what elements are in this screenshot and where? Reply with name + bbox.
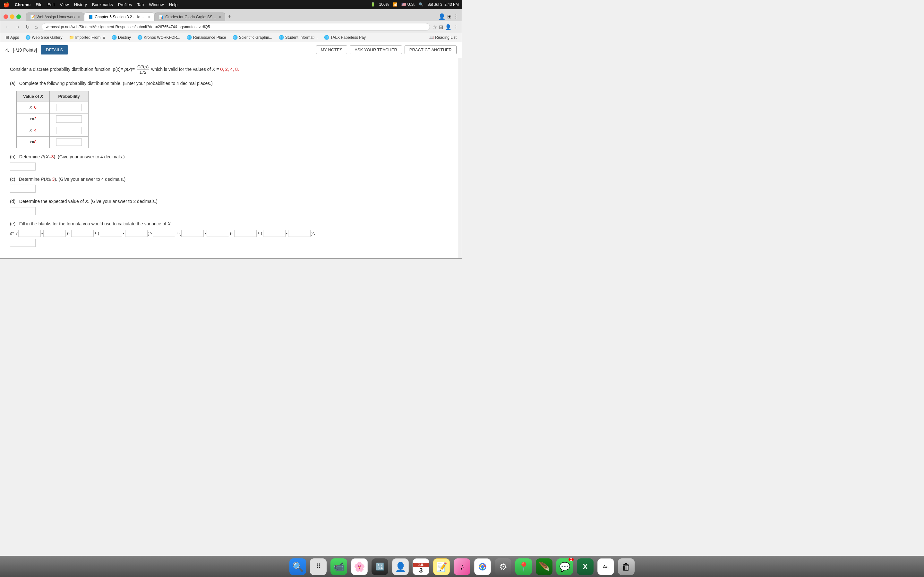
var-input-10[interactable] — [263, 230, 286, 237]
sigma-label: σ²=( — [10, 230, 18, 237]
var-input-12[interactable] — [10, 239, 36, 247]
menu-tab[interactable]: Tab — [137, 2, 144, 7]
part-e: (e) Fill in the blanks for the formula y… — [10, 220, 452, 247]
var-input-1[interactable] — [18, 230, 41, 237]
var-close-2: )²· — [148, 230, 152, 237]
menu-dots[interactable]: ⋮ — [453, 13, 459, 19]
input-part-c[interactable] — [10, 185, 36, 193]
new-tab-button[interactable]: + — [225, 12, 234, 21]
tabs-bar: 📝 WebAssign Homework × 📘 Chapter 5 Secti… — [26, 12, 433, 21]
bookmark-web-slice[interactable]: 🌐 Web Slice Gallery — [23, 34, 64, 40]
input-x8[interactable] — [56, 139, 82, 146]
apple-menu[interactable]: 🍎 — [3, 2, 10, 8]
bookmark-kronos[interactable]: 🌐 Kronos WORKFOR... — [136, 34, 182, 40]
student-info-icon: 🌐 — [279, 35, 284, 40]
back-button[interactable]: ← — [3, 23, 11, 31]
var-plus-2: + ( — [176, 230, 181, 237]
input-x4[interactable] — [56, 127, 82, 134]
bookmark-renaissance-label: Renaissance Place — [193, 35, 226, 40]
tab-chapter5[interactable]: 📘 Chapter 5 Section 3.2 - Home... × — [84, 13, 155, 21]
part-a-label: (a) Complete the following probability d… — [10, 80, 452, 87]
bookmark-scientific[interactable]: 🌐 Scientific Graphin... — [231, 34, 274, 40]
scrollbar[interactable] — [458, 58, 462, 258]
scientific-icon: 🌐 — [233, 35, 238, 40]
bookmark-apps-label: Apps — [10, 35, 19, 40]
probability-table: Value of X Probability x=0 — [16, 91, 89, 148]
row-x8-input-cell — [50, 137, 89, 148]
battery-icon: 🔋 — [371, 2, 375, 7]
var-input-6[interactable] — [153, 230, 175, 237]
close-button[interactable] — [3, 15, 8, 19]
input-x2[interactable] — [56, 115, 82, 123]
my-notes-button[interactable]: MY NOTES — [316, 45, 347, 54]
input-x0[interactable] — [56, 104, 82, 111]
tab-close-1[interactable]: × — [78, 15, 80, 19]
extensions-addr-icon[interactable]: ⊞ — [439, 24, 443, 30]
tab-title-1: WebAssign Homework — [37, 15, 75, 19]
menu-chrome[interactable]: Chrome — [15, 2, 31, 7]
bookmark-imported-ie[interactable]: 📁 Imported From IE — [67, 34, 107, 40]
formula-numerator: C(9,x) — [137, 64, 149, 70]
var-close-3: )²· — [230, 230, 234, 237]
search-icon[interactable]: 🔍 — [419, 2, 423, 7]
destiny-icon: 🌐 — [111, 35, 117, 40]
var-input-7[interactable] — [181, 230, 204, 237]
extensions-icon[interactable]: ⊞ — [447, 13, 451, 19]
ask-teacher-button[interactable]: ASK YOUR TEACHER — [350, 45, 402, 54]
bookmark-reading-list[interactable]: 📖 Reading List — [427, 34, 459, 40]
var-input-9[interactable] — [234, 230, 257, 237]
problem-statement: Consider a discrete probability distribu… — [10, 64, 452, 75]
menu-edit[interactable]: Edit — [47, 2, 55, 7]
table-row: x=4 — [17, 125, 89, 137]
part-d: (d) Determine the expected value of X. (… — [10, 198, 452, 215]
wifi-icon: 📶 — [393, 2, 397, 7]
profile-icon[interactable]: 👤 — [438, 13, 445, 20]
minimize-button[interactable] — [10, 15, 15, 19]
tab-grades[interactable]: 📊 Grades for Gloria Grgic: SS21-... × — [155, 13, 225, 21]
reload-button[interactable]: ↻ — [24, 23, 31, 31]
url-input[interactable] — [42, 23, 430, 31]
tab-webassign[interactable]: 📝 WebAssign Homework × — [26, 13, 84, 21]
var-input-8[interactable] — [207, 230, 229, 237]
menu-help[interactable]: Help — [169, 2, 178, 7]
var-input-2[interactable] — [43, 230, 66, 237]
var-input-11[interactable] — [288, 230, 310, 237]
menu-window[interactable]: Window — [149, 2, 164, 7]
menu-file[interactable]: File — [36, 2, 42, 7]
var-input-4[interactable] — [100, 230, 122, 237]
bookmark-apps[interactable]: ⊞ Apps — [3, 34, 21, 40]
input-part-b[interactable] — [10, 163, 36, 171]
menu-profiles[interactable]: Profiles — [118, 2, 132, 7]
more-icon[interactable]: ⋮ — [453, 24, 459, 30]
maximize-button[interactable] — [16, 15, 21, 19]
menu-bookmarks[interactable]: Bookmarks — [92, 2, 113, 7]
variance-formula-row: σ²=( - )²· + ( - )²· + ( - — [10, 230, 452, 237]
practice-another-button[interactable]: PRACTICE ANOTHER — [405, 45, 457, 54]
var-close-4: )². — [311, 230, 315, 237]
apps-grid-icon: ⊞ — [5, 35, 9, 40]
bookmark-renaissance[interactable]: 🌐 Renaissance Place — [185, 34, 228, 40]
input-part-d[interactable] — [10, 207, 36, 215]
tab-close-3[interactable]: × — [218, 15, 221, 19]
col-header-p: Probability — [50, 91, 89, 102]
profile-addr-icon[interactable]: 👤 — [445, 24, 451, 30]
home-button[interactable]: ⌂ — [33, 23, 39, 31]
table-row: x=2 — [17, 113, 89, 125]
bookmark-talx[interactable]: 🌐 TALX Paperless Pay — [322, 34, 368, 40]
var-input-5[interactable] — [125, 230, 148, 237]
forward-button[interactable]: → — [14, 23, 21, 31]
menu-history[interactable]: History — [74, 2, 87, 7]
var-input-3[interactable] — [71, 230, 94, 237]
part-b: (b) Determine P(X=3). (Give your answer … — [10, 153, 452, 170]
details-button[interactable]: DETAILS — [41, 45, 68, 55]
bookmark-student-info[interactable]: 🌐 Student Informati... — [277, 34, 320, 40]
bookmark-destiny[interactable]: 🌐 Destiny — [110, 34, 133, 40]
tab-close-2[interactable]: × — [148, 15, 150, 19]
table-row: x=8 — [17, 137, 89, 148]
menu-view[interactable]: View — [60, 2, 69, 7]
var-minus-1: - — [41, 230, 43, 237]
bookmark-star-icon[interactable]: ☆ — [433, 24, 437, 30]
bookmarks-bar: ⊞ Apps 🌐 Web Slice Gallery 📁 Imported Fr… — [0, 33, 462, 42]
bookmark-destiny-label: Destiny — [118, 35, 131, 40]
menu-bar-left: 🍎 Chrome File Edit View History Bookmark… — [3, 2, 178, 8]
